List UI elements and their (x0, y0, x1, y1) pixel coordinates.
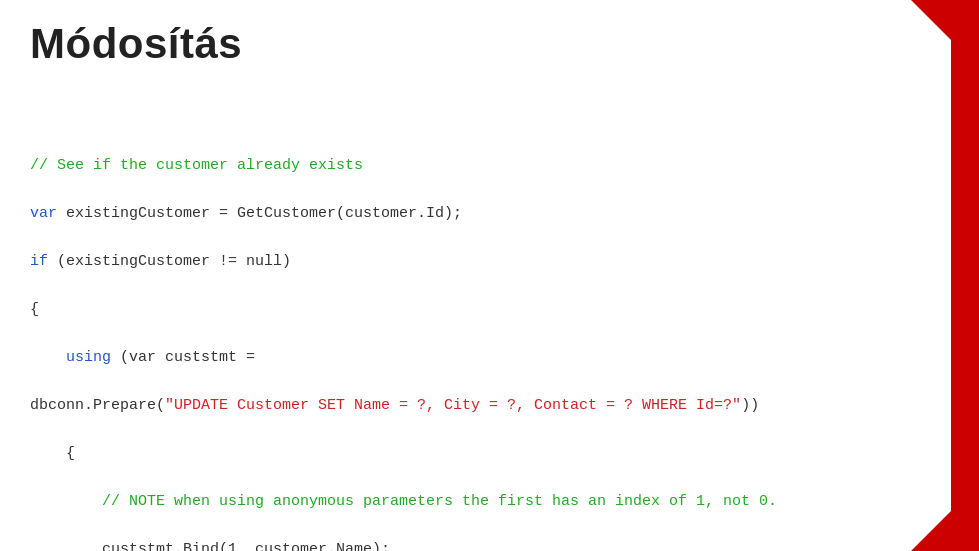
code-indent-5a (30, 349, 66, 366)
code-line-6a: dbconn.Prepare( (30, 397, 165, 414)
code-line-5b: (var custstmt = (111, 349, 255, 366)
red-accent-bar (951, 0, 979, 551)
code-comment-8: // NOTE when using anonymous parameters … (30, 493, 777, 510)
code-line-9: custstmt.Bind(1, customer.Name); (30, 541, 390, 551)
code-line-1: // See if the customer already exists (30, 157, 363, 174)
code-keyword-using: using (66, 349, 111, 366)
code-line-6b: )) (741, 397, 759, 414)
code-string-6: "UPDATE Customer SET Name = ?, City = ?,… (165, 397, 741, 414)
red-triangle-bottom (911, 511, 951, 551)
code-keyword-if: if (30, 253, 48, 270)
red-triangle-top (911, 0, 951, 40)
code-keyword-var: var (30, 205, 57, 222)
code-line-2b: existingCustomer = GetCustomer(customer.… (57, 205, 462, 222)
code-block: // See if the customer already exists va… (30, 130, 777, 551)
code-line-4: { (30, 301, 39, 318)
code-line-3b: (existingCustomer != null) (48, 253, 291, 270)
page-title: Módosítás (30, 20, 242, 68)
code-line-7: { (30, 445, 75, 462)
